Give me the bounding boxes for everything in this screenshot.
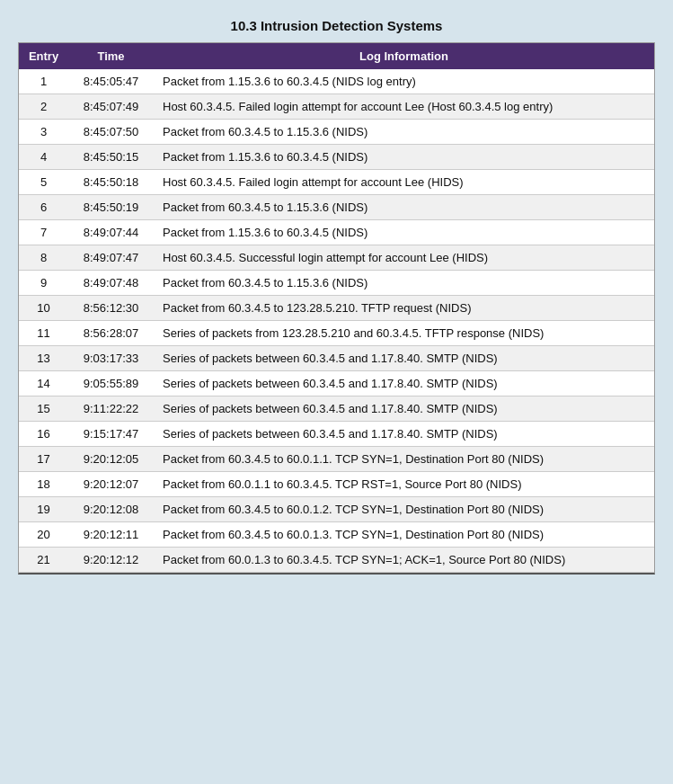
cell-time: 8:49:07:48 xyxy=(68,271,154,296)
cell-entry: 9 xyxy=(19,271,68,296)
table-row: 28:45:07:49Host 60.3.4.5. Failed login a… xyxy=(19,94,654,120)
cell-entry: 6 xyxy=(19,195,68,220)
cell-log: Packet from 1.15.3.6 to 60.3.4.5 (NIDS) xyxy=(154,145,654,170)
cell-log: Packet from 1.15.3.6 to 60.3.4.5 (NIDS l… xyxy=(154,69,654,94)
table-row: 18:45:05:47Packet from 1.15.3.6 to 60.3.… xyxy=(19,69,654,94)
cell-time: 9:20:12:12 xyxy=(68,548,154,573)
page-container: 10.3 Intrusion Detection Systems Entry T… xyxy=(18,18,655,575)
cell-log: Packet from 60.3.4.5 to 60.0.1.1. TCP SY… xyxy=(154,447,654,472)
cell-time: 8:45:50:15 xyxy=(68,145,154,170)
cell-entry: 7 xyxy=(19,220,68,245)
cell-entry: 4 xyxy=(19,145,68,170)
header-log-information: Log Information xyxy=(154,43,654,69)
cell-time: 9:20:12:11 xyxy=(68,522,154,548)
cell-time: 9:20:12:07 xyxy=(68,472,154,497)
cell-entry: 3 xyxy=(19,120,68,145)
cell-log: Packet from 1.15.3.6 to 60.3.4.5 (NIDS) xyxy=(154,220,654,245)
table-row: 98:49:07:48Packet from 60.3.4.5 to 1.15.… xyxy=(19,271,654,296)
table-row: 139:03:17:33Series of packets between 60… xyxy=(19,346,654,371)
cell-log: Packet from 60.3.4.5 to 123.28.5.210. TF… xyxy=(154,296,654,321)
cell-time: 8:49:07:44 xyxy=(68,220,154,245)
cell-log: Packet from 60.3.4.5 to 1.15.3.6 (NIDS) xyxy=(154,195,654,220)
cell-time: 9:11:22:22 xyxy=(68,396,154,422)
cell-entry: 5 xyxy=(19,170,68,195)
cell-log: Series of packets between 60.3.4.5 and 1… xyxy=(154,346,654,371)
table-row: 159:11:22:22Series of packets between 60… xyxy=(19,396,654,422)
table-body: 18:45:05:47Packet from 1.15.3.6 to 60.3.… xyxy=(19,69,654,573)
cell-entry: 20 xyxy=(19,522,68,548)
cell-log: Packet from 60.3.4.5 to 60.0.1.2. TCP SY… xyxy=(154,497,654,522)
table-row: 108:56:12:30Packet from 60.3.4.5 to 123.… xyxy=(19,296,654,321)
cell-time: 8:45:07:49 xyxy=(68,94,154,120)
cell-entry: 2 xyxy=(19,94,68,120)
cell-time: 8:56:12:30 xyxy=(68,296,154,321)
cell-time: 9:15:17:47 xyxy=(68,422,154,447)
table-row: 219:20:12:12Packet from 60.0.1.3 to 60.3… xyxy=(19,548,654,573)
table-row: 88:49:07:47Host 60.3.4.5. Successful log… xyxy=(19,245,654,271)
header-entry: Entry xyxy=(19,43,68,69)
table-row: 199:20:12:08Packet from 60.3.4.5 to 60.0… xyxy=(19,497,654,522)
table-row: 169:15:17:47Series of packets between 60… xyxy=(19,422,654,447)
cell-log: Packet from 60.3.4.5 to 1.15.3.6 (NIDS) xyxy=(154,120,654,145)
table-row: 48:45:50:15Packet from 1.15.3.6 to 60.3.… xyxy=(19,145,654,170)
cell-time: 8:49:07:47 xyxy=(68,245,154,271)
page-title: 10.3 Intrusion Detection Systems xyxy=(18,18,655,33)
cell-entry: 10 xyxy=(19,296,68,321)
cell-time: 8:45:50:18 xyxy=(68,170,154,195)
cell-log: Packet from 60.0.1.3 to 60.3.4.5. TCP SY… xyxy=(154,548,654,573)
cell-time: 9:05:55:89 xyxy=(68,371,154,396)
header-time: Time xyxy=(68,43,154,69)
table-row: 58:45:50:18Host 60.3.4.5. Failed login a… xyxy=(19,170,654,195)
cell-time: 9:20:12:05 xyxy=(68,447,154,472)
cell-entry: 11 xyxy=(19,321,68,346)
cell-log: Packet from 60.3.4.5 to 60.0.1.3. TCP SY… xyxy=(154,522,654,548)
cell-entry: 19 xyxy=(19,497,68,522)
table-row: 149:05:55:89Series of packets between 60… xyxy=(19,371,654,396)
cell-log: Host 60.3.4.5. Failed login attempt for … xyxy=(154,170,654,195)
cell-entry: 15 xyxy=(19,396,68,422)
table-row: 189:20:12:07Packet from 60.0.1.1 to 60.3… xyxy=(19,472,654,497)
cell-log: Host 60.3.4.5. Failed login attempt for … xyxy=(154,94,654,120)
cell-entry: 18 xyxy=(19,472,68,497)
table-row: 78:49:07:44Packet from 1.15.3.6 to 60.3.… xyxy=(19,220,654,245)
log-table: Entry Time Log Information 18:45:05:47Pa… xyxy=(19,43,654,573)
cell-log: Packet from 60.0.1.1 to 60.3.4.5. TCP RS… xyxy=(154,472,654,497)
cell-entry: 21 xyxy=(19,548,68,573)
cell-time: 8:45:50:19 xyxy=(68,195,154,220)
table-header-row: Entry Time Log Information xyxy=(19,43,654,69)
table-row: 38:45:07:50Packet from 60.3.4.5 to 1.15.… xyxy=(19,120,654,145)
table-row: 209:20:12:11Packet from 60.3.4.5 to 60.0… xyxy=(19,522,654,548)
table-row: 179:20:12:05Packet from 60.3.4.5 to 60.0… xyxy=(19,447,654,472)
cell-log: Host 60.3.4.5. Successful login attempt … xyxy=(154,245,654,271)
cell-entry: 17 xyxy=(19,447,68,472)
cell-entry: 14 xyxy=(19,371,68,396)
cell-time: 9:03:17:33 xyxy=(68,346,154,371)
cell-entry: 13 xyxy=(19,346,68,371)
cell-time: 8:45:07:50 xyxy=(68,120,154,145)
cell-entry: 1 xyxy=(19,69,68,94)
table-row: 118:56:28:07Series of packets from 123.2… xyxy=(19,321,654,346)
cell-entry: 8 xyxy=(19,245,68,271)
table-wrapper: Entry Time Log Information 18:45:05:47Pa… xyxy=(18,42,655,575)
cell-entry: 16 xyxy=(19,422,68,447)
cell-log: Series of packets between 60.3.4.5 and 1… xyxy=(154,422,654,447)
cell-log: Series of packets from 123.28.5.210 and … xyxy=(154,321,654,346)
table-row: 68:45:50:19Packet from 60.3.4.5 to 1.15.… xyxy=(19,195,654,220)
cell-time: 8:56:28:07 xyxy=(68,321,154,346)
cell-log: Series of packets between 60.3.4.5 and 1… xyxy=(154,396,654,422)
cell-log: Packet from 60.3.4.5 to 1.15.3.6 (NIDS) xyxy=(154,271,654,296)
cell-time: 8:45:05:47 xyxy=(68,69,154,94)
cell-time: 9:20:12:08 xyxy=(68,497,154,522)
cell-log: Series of packets between 60.3.4.5 and 1… xyxy=(154,371,654,396)
